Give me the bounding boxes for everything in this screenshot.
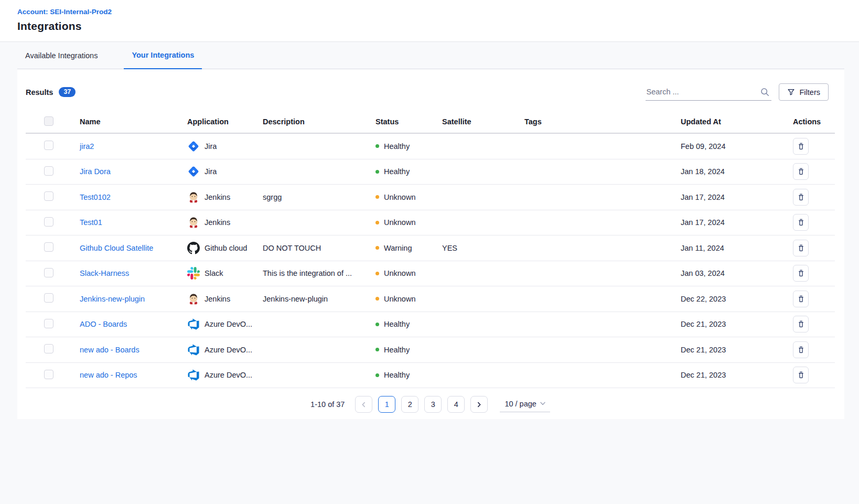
application-name: Azure DevO...	[205, 346, 252, 354]
jira-icon	[187, 165, 200, 178]
row-checkbox[interactable]	[44, 370, 53, 379]
row-checkbox[interactable]	[44, 293, 53, 303]
row-checkbox[interactable]	[44, 166, 53, 176]
tab-available-integrations[interactable]: Available Integrations	[17, 42, 105, 69]
status-label: Unknown	[384, 218, 415, 227]
delete-button[interactable]	[793, 367, 809, 383]
delete-button[interactable]	[793, 189, 809, 206]
table-row: jira2 Jira Healthy Feb 09, 2024	[26, 134, 835, 159]
column-header-tags: Tags	[524, 117, 681, 126]
application-name: Azure DevO...	[205, 320, 252, 328]
table-row: new ado - Boards Azure DevO... Healthy D…	[26, 337, 835, 363]
integration-name-link[interactable]: Jira Dora	[80, 167, 111, 176]
status-badge: Unknown	[375, 269, 442, 277]
integration-name-link[interactable]: Jenkins-new-plugin	[80, 295, 145, 303]
filters-button[interactable]: Filters	[779, 83, 829, 101]
page-size-select[interactable]: 10 / page	[500, 397, 550, 412]
status-label: Healthy	[384, 346, 410, 354]
status-label: Warning	[384, 244, 412, 252]
status-dot	[375, 323, 379, 326]
status-badge: Unknown	[375, 218, 442, 227]
page-button-3[interactable]: 3	[424, 396, 442, 413]
integration-name-link[interactable]: Test0102	[80, 193, 111, 201]
results-label: Results	[26, 88, 53, 96]
integration-name-link[interactable]: Github Cloud Satellite	[80, 244, 153, 252]
search-icon	[760, 88, 769, 96]
jira-icon	[187, 140, 200, 153]
status-badge: Healthy	[375, 371, 442, 379]
integration-name-link[interactable]: Test01	[80, 218, 102, 227]
filters-label: Filters	[800, 88, 820, 96]
application-name: Jenkins	[205, 193, 230, 201]
updated-at-value: Dec 21, 2023	[681, 320, 793, 328]
search-input[interactable]	[646, 84, 753, 100]
previous-page-button[interactable]	[355, 396, 372, 413]
updated-at-value: Feb 09, 2024	[681, 142, 793, 151]
delete-button[interactable]	[793, 265, 809, 282]
integrations-table: Name Application Description Status Sate…	[26, 111, 835, 388]
table-row: Jira Dora Jira Healthy Jan 18, 2024	[26, 159, 835, 185]
table-row: ADO - Boards Azure DevO... Healthy Dec 2…	[26, 312, 835, 338]
trash-icon	[797, 244, 805, 252]
updated-at-value: Dec 21, 2023	[681, 346, 793, 354]
page-button-2[interactable]: 2	[401, 396, 418, 413]
delete-button[interactable]	[793, 163, 809, 180]
trash-icon	[797, 193, 805, 201]
status-dot	[375, 297, 379, 301]
jenkins-icon	[187, 293, 200, 305]
slack-icon	[187, 267, 200, 280]
integration-name-link[interactable]: new ado - Repos	[80, 371, 137, 379]
tab-strip: Available Integrations Your Integrations	[17, 42, 844, 69]
delete-button[interactable]	[793, 341, 809, 358]
row-checkbox[interactable]	[44, 268, 53, 277]
select-all-checkbox[interactable]	[44, 116, 53, 126]
status-badge: Healthy	[375, 167, 442, 176]
account-breadcrumb[interactable]: Account: SEI-Internal-Prod2	[17, 8, 112, 16]
table-row: Slack-Harness Slack This is the integrat…	[26, 261, 835, 287]
azure-devops-icon	[187, 318, 200, 330]
table-row: Jenkins-new-plugin Jenkins Jenkins-new-p…	[26, 286, 835, 312]
status-dot	[375, 272, 379, 275]
table-header-row: Name Application Description Status Sate…	[26, 111, 835, 134]
row-checkbox[interactable]	[44, 319, 53, 328]
description-text: Jenkins-new-plugin	[263, 295, 375, 303]
integration-name-link[interactable]: Slack-Harness	[80, 269, 129, 277]
delete-button[interactable]	[793, 291, 809, 307]
tab-your-integrations[interactable]: Your Integrations	[124, 42, 202, 69]
delete-button[interactable]	[793, 240, 809, 256]
chevron-right-icon	[476, 402, 482, 408]
row-checkbox[interactable]	[44, 344, 53, 353]
page-size-label: 10 / page	[504, 400, 536, 408]
trash-icon	[797, 269, 805, 277]
next-page-button[interactable]	[470, 396, 488, 413]
row-checkbox[interactable]	[44, 191, 53, 201]
application-name: Jenkins	[205, 295, 230, 303]
row-checkbox[interactable]	[44, 242, 53, 252]
pagination: 1-10 of 37 1234 10 / page	[26, 396, 835, 413]
table-body: jira2 Jira Healthy Feb 09, 2024	[26, 134, 835, 388]
application-name: Github cloud	[205, 244, 247, 252]
status-dot	[375, 170, 379, 174]
integration-name-link[interactable]: jira2	[80, 142, 94, 151]
column-header-satellite: Satellite	[442, 117, 524, 126]
trash-icon	[797, 371, 805, 379]
row-checkbox[interactable]	[44, 141, 53, 150]
status-label: Healthy	[384, 142, 410, 151]
delete-button[interactable]	[793, 214, 809, 231]
integration-name-link[interactable]: ADO - Boards	[80, 320, 127, 328]
trash-icon	[797, 142, 805, 151]
trash-icon	[797, 167, 805, 176]
top-header: Account: SEI-Internal-Prod2 Integrations	[0, 0, 859, 42]
chevron-left-icon	[361, 402, 367, 408]
delete-button[interactable]	[793, 316, 809, 333]
delete-button[interactable]	[793, 138, 809, 155]
page-button-1[interactable]: 1	[378, 396, 395, 413]
page-title: Integrations	[17, 20, 844, 33]
page-button-4[interactable]: 4	[447, 396, 465, 413]
integration-name-link[interactable]: new ado - Boards	[80, 346, 139, 354]
column-header-name: Name	[80, 117, 187, 126]
row-checkbox[interactable]	[44, 217, 53, 227]
application-name: Azure DevO...	[205, 371, 252, 379]
updated-at-value: Dec 22, 2023	[681, 295, 793, 303]
column-header-updated-at: Updated At	[681, 117, 793, 126]
